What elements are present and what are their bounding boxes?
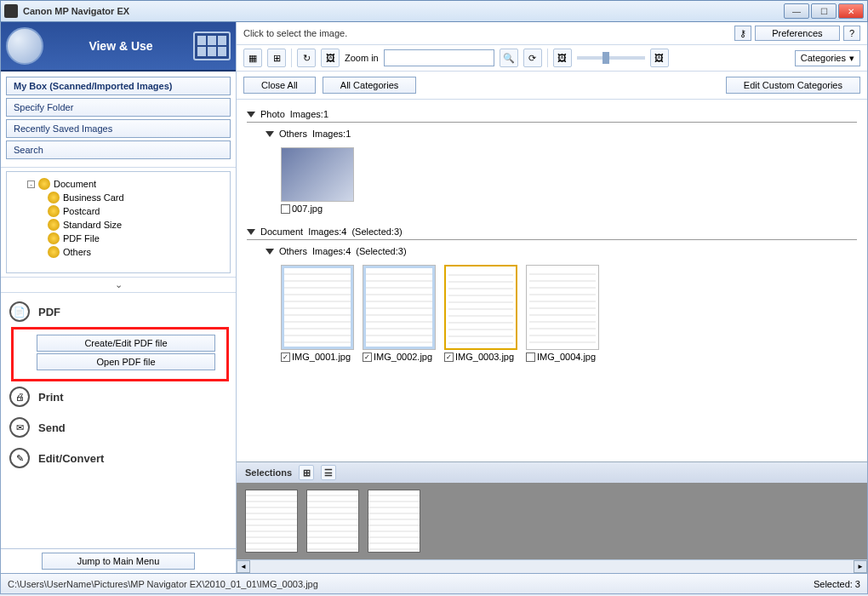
group-head-document[interactable]: Document Images:4 (Selected:3)	[247, 224, 857, 240]
tree-child[interactable]: Standard Size	[63, 220, 122, 230]
folder-tree[interactable]: -Document Business Card Postcard Standar…	[6, 171, 231, 273]
thumbnail[interactable]: 007.jpg	[281, 147, 354, 214]
folder-icon	[48, 192, 60, 203]
help-button[interactable]: ?	[843, 26, 860, 41]
edit-icon: ✎	[9, 448, 30, 468]
close-button[interactable]: ✕	[838, 3, 864, 19]
collapse-toggle[interactable]: ⌄	[1, 277, 236, 293]
close-all-button[interactable]: Close All	[243, 77, 316, 94]
view-large-icon[interactable]: ⊞	[267, 49, 286, 67]
view-use-label: View & Use	[49, 39, 193, 53]
subgroup-head-photo-others[interactable]: Others Images:1	[247, 126, 857, 144]
collapse-triangle-icon	[247, 229, 255, 235]
sidebar-item-search[interactable]: Search	[6, 140, 231, 159]
thumbnail-checkbox[interactable]	[281, 204, 290, 214]
selection-thumb[interactable]	[306, 490, 359, 553]
create-edit-pdf-button[interactable]: Create/Edit PDF file	[37, 335, 215, 352]
thumbnail-name: 007.jpg	[292, 203, 323, 214]
tree-child[interactable]: PDF File	[63, 233, 100, 244]
folder-icon	[48, 205, 60, 217]
view-grid-icon[interactable]: ▦	[243, 49, 262, 67]
selection-thumb[interactable]	[368, 490, 420, 553]
thumbnail-name: IMG_0004.jpg	[537, 352, 596, 362]
zoom-input[interactable]	[384, 49, 494, 66]
selections-strip	[237, 483, 867, 559]
subgroup-head-document-others[interactable]: Others Images:4 (Selected:3)	[247, 244, 857, 261]
zoom-label: Zoom in	[345, 53, 379, 63]
action-pdf[interactable]: 📄 PDF	[8, 296, 229, 327]
thumb-large-icon[interactable]: 🖼	[650, 49, 669, 67]
window-title: Canon MP Navigator EX	[23, 6, 784, 16]
tree-root[interactable]: Document	[54, 179, 96, 189]
minimize-button[interactable]: —	[784, 3, 809, 19]
selection-grid-icon[interactable]: ⊞	[299, 465, 314, 480]
thumbnail-name: IMG_0001.jpg	[292, 352, 351, 362]
tree-child[interactable]: Business Card	[63, 192, 124, 203]
tree-child[interactable]: Others	[63, 247, 91, 257]
print-icon: 🖨	[9, 387, 30, 407]
open-pdf-button[interactable]: Open PDF file	[37, 353, 215, 370]
selection-thumb[interactable]	[245, 490, 298, 553]
action-send[interactable]: ✉ Send	[8, 412, 229, 443]
status-path: C:\Users\UserName\Pictures\MP Navigator …	[8, 579, 814, 589]
main-panel: Click to select the image. ⚷ Preferences…	[237, 22, 867, 573]
highlight-pdf-subactions: Create/Edit PDF file Open PDF file	[11, 327, 229, 381]
view-use-header[interactable]: View & Use	[1, 22, 236, 72]
scanner-icon	[6, 27, 43, 65]
collapse-triangle-icon	[266, 131, 274, 137]
jump-main-menu-button[interactable]: Jump to Main Menu	[42, 553, 195, 570]
preferences-button[interactable]: Preferences	[755, 26, 840, 41]
refresh-icon[interactable]: ⟳	[523, 49, 542, 67]
action-edit-convert[interactable]: ✎ Edit/Convert	[8, 443, 229, 473]
group-head-photo[interactable]: Photo Images:1	[247, 106, 857, 123]
action-print[interactable]: 🖨 Print	[8, 381, 229, 412]
thumbnail-checkbox[interactable]	[526, 352, 535, 362]
app-icon	[4, 4, 18, 18]
thumbnail-image	[363, 265, 436, 350]
preferences-key-icon[interactable]: ⚷	[734, 26, 751, 41]
thumb-small-icon[interactable]: 🖼	[553, 49, 572, 67]
thumbnail-name: IMG_0002.jpg	[374, 352, 432, 362]
selection-list-icon[interactable]: ☰	[321, 465, 336, 480]
thumbnail-grid-icon	[193, 32, 231, 60]
thumbnail-checkbox[interactable]: ✓	[444, 352, 454, 362]
titlebar: Canon MP Navigator EX — ☐ ✕	[0, 0, 868, 22]
folder-icon	[48, 219, 60, 231]
tree-collapse-icon[interactable]: -	[27, 181, 35, 188]
thumb-size-slider[interactable]	[577, 56, 645, 60]
scroll-right-icon[interactable]: ►	[854, 560, 867, 573]
status-selected: Selected: 3	[814, 579, 860, 589]
folder-icon	[48, 246, 60, 258]
collapse-triangle-icon	[266, 249, 274, 255]
chevron-down-icon: ▾	[849, 53, 854, 64]
horizontal-scrollbar[interactable]: ◄ ►	[237, 559, 867, 573]
folder-icon	[48, 232, 60, 244]
thumbnail[interactable]: ✓IMG_0002.jpg	[363, 265, 436, 362]
thumbnail-checkbox[interactable]: ✓	[363, 352, 372, 362]
sidebar-item-recently-saved[interactable]: Recently Saved Images	[6, 119, 231, 138]
thumbnail[interactable]: ✓IMG_0003.jpg	[444, 265, 517, 362]
thumbnail-image	[281, 265, 354, 350]
thumbnail[interactable]: IMG_0004.jpg	[526, 265, 599, 362]
rotate-icon[interactable]: ↻	[297, 49, 316, 67]
scroll-left-icon[interactable]: ◄	[237, 560, 250, 573]
thumbnail-name: IMG_0003.jpg	[455, 352, 514, 362]
maximize-button[interactable]: ☐	[811, 3, 837, 19]
search-zoom-icon[interactable]: 🔍	[500, 49, 518, 67]
hint-text: Click to select the image.	[243, 28, 734, 38]
tree-child[interactable]: Postcard	[63, 206, 100, 216]
statusbar: C:\Users\UserName\Pictures\MP Navigator …	[0, 574, 868, 594]
image-icon[interactable]: 🖼	[321, 49, 340, 67]
collapse-triangle-icon	[247, 112, 255, 117]
all-categories-button[interactable]: All Categories	[323, 77, 416, 94]
toolbar: ▦ ⊞ ↻ 🖼 Zoom in 🔍 ⟳ 🖼 🖼 Categories▾	[237, 45, 867, 72]
thumbnail[interactable]: ✓IMG_0001.jpg	[281, 265, 354, 362]
thumbnail-checkbox[interactable]: ✓	[281, 352, 290, 362]
sidebar-item-specify-folder[interactable]: Specify Folder	[6, 98, 231, 117]
thumbnail-image	[281, 147, 354, 202]
edit-custom-categories-button[interactable]: Edit Custom Categories	[726, 77, 860, 94]
folder-icon	[38, 178, 50, 190]
selections-header: Selections ⊞ ☰	[237, 461, 867, 483]
categories-dropdown[interactable]: Categories▾	[795, 50, 860, 66]
sidebar-item-mybox[interactable]: My Box (Scanned/Imported Images)	[6, 77, 231, 95]
